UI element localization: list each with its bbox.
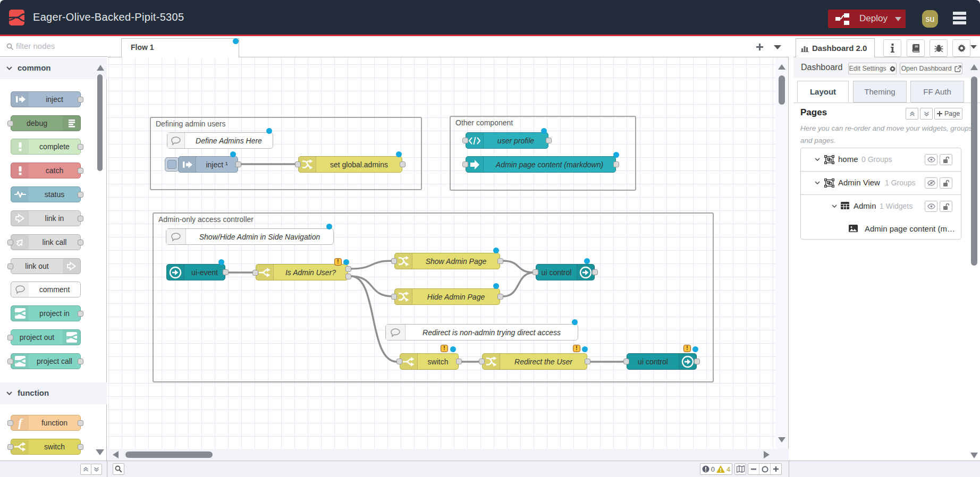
svg-text:f: f (18, 416, 23, 429)
